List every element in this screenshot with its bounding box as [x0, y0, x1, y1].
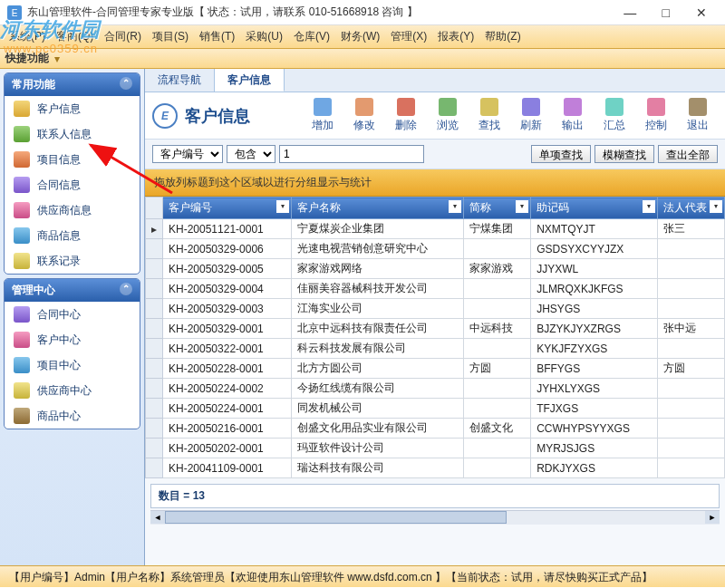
h-scroll[interactable]: ◄ ►	[150, 510, 720, 525]
table-cell[interactable]: RDKJYXGS	[531, 458, 658, 478]
sidebar-item[interactable]: 客户信息	[5, 96, 140, 121]
table-cell[interactable]: 方圆	[464, 359, 531, 379]
menu-item[interactable]: 仓库(V)	[288, 27, 335, 46]
table-row[interactable]: KH-20050228-0001北方方圆公司方圆BFFYGS方圆	[146, 359, 725, 379]
table-cell[interactable]	[658, 379, 725, 399]
table-row[interactable]: KH-20050329-0001北京中远科技有限责任公司中远科技BJZYKJYX…	[146, 319, 725, 339]
menu-item[interactable]: 合同(R)	[99, 27, 147, 46]
table-row[interactable]: ▸KH-20051121-0001宁夏煤炭企业集团宁煤集团NXMTQYJT张三	[146, 219, 725, 239]
table-cell[interactable]: KH-20050329-0003	[163, 299, 292, 319]
toolbar-button[interactable]: 删除	[386, 98, 426, 133]
table-cell[interactable]: KH-20050329-0006	[163, 239, 292, 259]
table-cell[interactable]: 张中远	[658, 319, 725, 339]
table-cell[interactable]: KH-20050228-0001	[163, 359, 292, 379]
table-cell[interactable]: KH-20050224-0001	[163, 399, 292, 419]
table-cell[interactable]	[658, 239, 725, 259]
toolbar-button[interactable]: 退出	[678, 98, 718, 133]
table-cell[interactable]: NXMTQYJT	[531, 219, 658, 239]
table-cell[interactable]	[464, 399, 531, 419]
search-field-select[interactable]: 客户编号	[152, 145, 223, 163]
table-cell[interactable]: KH-20050329-0001	[163, 319, 292, 339]
menu-item[interactable]: 销售(T)	[194, 27, 240, 46]
table-cell[interactable]	[658, 299, 725, 319]
column-filter-icon[interactable]: ▾	[710, 200, 722, 213]
table-cell[interactable]: 创盛文化	[464, 419, 531, 439]
column-header[interactable]: 客户名称▾	[292, 198, 464, 219]
dropdown-icon[interactable]: ▾	[54, 53, 60, 65]
toolbar-button[interactable]: 浏览	[428, 98, 468, 133]
table-cell[interactable]: 佳丽美容器械科技开发公司	[292, 279, 464, 299]
sidebar-item[interactable]: 供应商中心	[5, 378, 140, 403]
table-row[interactable]: KH-20050224-0001同发机械公司TFJXGS	[146, 399, 725, 419]
table-cell[interactable]	[464, 279, 531, 299]
table-cell[interactable]	[658, 439, 725, 458]
toolbar-button[interactable]: 查找	[469, 98, 509, 133]
table-cell[interactable]: 瑞达科技有限公司	[292, 458, 464, 478]
sidebar-item[interactable]: 合同中心	[5, 302, 140, 327]
table-cell[interactable]: 科云科技发展有限公司	[292, 339, 464, 359]
table-cell[interactable]: MYRJSJGS	[531, 439, 658, 458]
table-cell[interactable]: 宁夏煤炭企业集团	[292, 219, 464, 239]
table-cell[interactable]: 方圆	[658, 359, 725, 379]
table-cell[interactable]: 家家游戏	[464, 259, 531, 279]
close-button[interactable]: ✕	[685, 5, 718, 20]
table-cell[interactable]: JLMRQXKJKFGS	[531, 279, 658, 299]
table-cell[interactable]	[658, 279, 725, 299]
panel-common-header[interactable]: 常用功能 ⌃	[5, 73, 140, 96]
table-cell[interactable]: KH-20051121-0001	[163, 219, 292, 239]
table-cell[interactable]: 创盛文化用品实业有限公司	[292, 419, 464, 439]
table-cell[interactable]: KYKJFZYXGS	[531, 339, 658, 359]
table-row[interactable]: KH-20050329-0003江海实业公司JHSYGS	[146, 299, 725, 319]
menu-item[interactable]: 项目(S)	[147, 27, 194, 46]
table-row[interactable]: KH-20050216-0001创盛文化用品实业有限公司创盛文化CCWHYPSY…	[146, 419, 725, 439]
column-header[interactable]: 助记码▾	[531, 198, 658, 219]
table-row[interactable]: KH-20050322-0001科云科技发展有限公司KYKJFZYXGS	[146, 339, 725, 359]
menu-item[interactable]: 采购(U)	[240, 27, 288, 46]
sidebar-item[interactable]: 项目中心	[5, 352, 140, 378]
table-cell[interactable]	[658, 259, 725, 279]
sidebar-item[interactable]: 项目信息	[5, 147, 140, 172]
toolbar-button[interactable]: 输出	[553, 98, 593, 133]
panel-center-header[interactable]: 管理中心 ⌃	[5, 279, 140, 302]
table-cell[interactable]	[658, 339, 725, 359]
table-row[interactable]: KH-20050202-0001玛亚软件设计公司MYRJSJGS	[146, 439, 725, 458]
table-cell[interactable]: KH-20050224-0002	[163, 379, 292, 399]
menu-item[interactable]: 帮助(Z)	[479, 27, 526, 46]
tab[interactable]: 流程导航	[145, 69, 215, 92]
table-cell[interactable]: BFFYGS	[531, 359, 658, 379]
table-cell[interactable]: 江海实业公司	[292, 299, 464, 319]
table-cell[interactable]: KH-20050202-0001	[163, 439, 292, 458]
menu-item[interactable]: 财务(W)	[335, 27, 385, 46]
table-cell[interactable]: KH-20050329-0005	[163, 259, 292, 279]
toolbar-button[interactable]: 汇总	[594, 98, 634, 133]
table-row[interactable]: KH-20050329-0004佳丽美容器械科技开发公司JLMRQXKJKFGS	[146, 279, 725, 299]
column-header[interactable]: 法人代表▾	[658, 198, 725, 219]
sidebar-item[interactable]: 联系记录	[5, 248, 140, 274]
sidebar-item[interactable]: 客户中心	[5, 327, 140, 352]
toolbar-button[interactable]: 修改	[344, 98, 384, 133]
table-row[interactable]: KH-20050329-0006光速电视营销创意研究中心GSDSYXCYYJZX	[146, 239, 725, 259]
toolbar-button[interactable]: 刷新	[511, 98, 551, 133]
table-cell[interactable]: KH-20050322-0001	[163, 339, 292, 359]
table-cell[interactable]: 家家游戏网络	[292, 259, 464, 279]
table-cell[interactable]	[658, 419, 725, 439]
collapse-icon[interactable]: ⌃	[120, 77, 132, 90]
column-filter-icon[interactable]: ▾	[516, 200, 528, 213]
table-cell[interactable]: KH-20050329-0004	[163, 279, 292, 299]
search-fuzzy-button[interactable]: 模糊查找	[594, 145, 654, 163]
table-cell[interactable]	[658, 399, 725, 419]
table-cell[interactable]	[658, 458, 725, 478]
table-cell[interactable]: 玛亚软件设计公司	[292, 439, 464, 458]
menu-item[interactable]: 报表(Y)	[432, 27, 479, 46]
table-row[interactable]: KH-20041109-0001瑞达科技有限公司RDKJYXGS	[146, 458, 725, 478]
table-row[interactable]: KH-20050224-0002今扬红线缆有限公司JYHXLYXGS	[146, 379, 725, 399]
menu-item[interactable]: 管理(X)	[385, 27, 432, 46]
sidebar-item[interactable]: 联系人信息	[5, 121, 140, 147]
table-cell[interactable]	[464, 339, 531, 359]
toolbar-button[interactable]: 控制	[636, 98, 676, 133]
table-cell[interactable]: BJZYKJYXZRGS	[531, 319, 658, 339]
table-cell[interactable]: GSDSYXCYYJZX	[531, 239, 658, 259]
sidebar-item[interactable]: 合同信息	[5, 172, 140, 198]
table-cell[interactable]	[464, 458, 531, 478]
table-cell[interactable]: JJYXWL	[531, 259, 658, 279]
